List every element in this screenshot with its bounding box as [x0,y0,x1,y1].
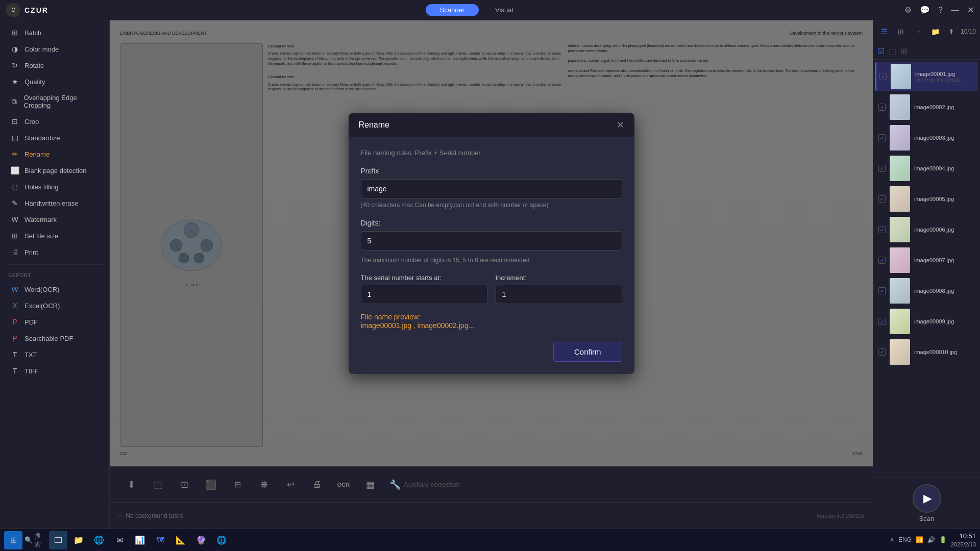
thumbnail-item[interactable]: ✓ image00002.jpg [875,92,978,122]
thumbnail-item[interactable]: ✓ image00005.jpg [875,184,978,214]
serial-input[interactable] [361,285,487,304]
start-button[interactable]: ⊞ [4,531,22,549]
thumbnail-checkbox[interactable]: ✓ [878,348,886,356]
thumbnail-checkbox[interactable]: ✓ [878,195,886,203]
sidebar-item-handwritten[interactable]: ✎ Handwritten erase [2,195,107,211]
taskbar-app-2[interactable]: 📁 [69,531,88,549]
crop-tool-button[interactable]: ⊡ [173,473,195,496]
thumbnail-item[interactable]: ✓ image00009.jpg [875,307,978,336]
settings-icon[interactable]: ⚙ [904,5,912,15]
insert-tool-button[interactable]: ⬇ [120,473,142,496]
sidebar-item-crop[interactable]: ⊡ Crop [2,113,107,130]
tab-scanner[interactable]: Scanner [426,4,479,16]
tab-visual[interactable]: Visual [481,4,527,16]
sidebar-item-batch[interactable]: ⊞ Batch [2,24,107,41]
sidebar-item-label: Excel(OCR) [24,302,60,310]
sidebar-item-txt[interactable]: T TXT [2,346,107,363]
taskbar-app-8[interactable]: 🔮 [192,531,210,549]
thumbnail-item[interactable]: ✓ image00008.jpg [875,276,978,306]
sidebar-item-holes-filling[interactable]: ◌ Holes filling [2,179,107,195]
chat-icon[interactable]: 💬 [920,5,930,15]
sidebar-item-pdf[interactable]: P PDF [2,314,107,330]
del-action[interactable]: Del [915,77,923,83]
thumbnail-image [890,278,910,304]
rename-icon: ✏ [10,150,19,158]
sidebar-item-watermark[interactable]: W Watermark [2,211,107,228]
thumbnail-info: image00001.jpg Del Rep Ins Details [915,71,975,83]
sidebar-item-file-size[interactable]: ⊞ Set file size [2,228,107,244]
adjust-tool-button[interactable]: ⊟ [226,473,249,496]
thumbnail-item[interactable]: ✓ image00001.jpg Del Rep Ins Details [875,62,978,91]
sidebar-item-searchable-pdf[interactable]: P Searchable PDF [2,330,107,346]
thumbnail-item[interactable]: ✓ image00004.jpg [875,154,978,183]
thumbnail-checkbox[interactable]: ✓ [878,287,886,294]
taskbar-app-1[interactable]: 🗔 [49,531,67,549]
thumbnail-item[interactable]: ✓ image00007.jpg [875,245,978,275]
select-tool-button[interactable]: ⬚ [146,473,169,496]
details-action[interactable]: Details [945,77,961,83]
increment-input[interactable] [496,285,622,304]
grid-view-button[interactable]: ⊞ [894,24,908,39]
taskbar-app-9[interactable]: 🌐 [212,531,231,549]
folder-button[interactable]: 📁 [928,24,942,39]
split-tool-button[interactable]: ⬛ [200,473,222,496]
thumbnail-item[interactable]: ✓ image000010.jpg [875,337,978,367]
search-button[interactable]: 🔍 搜索 [24,531,43,549]
thumbnail-checkbox[interactable]: ✓ [878,226,886,233]
sidebar-item-color-mode[interactable]: ◑ Color mode [2,41,107,57]
sidebar-item-overlapping[interactable]: ⧉ Overlapping Edge Cropping [2,90,107,113]
prefix-input[interactable] [361,179,622,198]
serial-label: The serial number starts at: [361,274,487,282]
export-button[interactable]: ⬆ [944,24,959,39]
taskbar-app-3[interactable]: 🌐 [90,531,108,549]
close-icon[interactable]: ✕ [967,5,974,15]
sidebar-item-standardize[interactable]: ▤ Standardize [2,130,107,146]
sidebar-item-blank-page[interactable]: ⬜ Blank page detection [2,162,107,179]
qr-tool-button[interactable]: ▦ [359,473,381,496]
modal-close-button[interactable]: ✕ [617,119,624,131]
sidebar-item-excel-ocr[interactable]: X Excel(OCR) [2,297,107,314]
thumbnail-checkbox[interactable]: ✓ [878,134,886,141]
sidebar-item-tiff[interactable]: T TIFF [2,363,107,379]
ins-action[interactable]: Ins [936,77,943,83]
taskbar-app-7[interactable]: 📐 [172,531,190,549]
page-count: 10/10 [961,28,976,35]
taskbar-app-5[interactable]: 📊 [131,531,149,549]
ocr-tool-button[interactable]: OCR [332,473,355,496]
txt-icon: T [10,350,19,359]
minimize-icon[interactable]: — [951,6,959,15]
thumbnail-checkbox[interactable]: ✓ [878,257,886,264]
check-all-icon[interactable]: ☑ [877,46,885,56]
confirm-button[interactable]: Confirm [553,342,622,362]
sidebar-item-quality[interactable]: ★ Quality [2,73,107,90]
thumbnail-image [890,247,910,273]
thumbnail-item[interactable]: ✓ image00006.jpg [875,215,978,244]
thumbnail-checkbox[interactable]: ✓ [879,73,887,80]
thumbnail-item[interactable]: ✓ image00003.jpg [875,123,978,153]
rep-action[interactable]: Rep [925,77,934,83]
add-page-button[interactable]: + [912,24,926,39]
taskbar-app-6[interactable]: 🗺 [151,531,169,549]
list-view-button[interactable]: ☰ [877,24,892,39]
thumbnail-checkbox[interactable]: ✓ [878,104,886,111]
sidebar-item-rename[interactable]: ✏ Rename [2,146,107,162]
help-icon[interactable]: ? [938,6,943,15]
sidebar-item-print[interactable]: 🖨 Print [2,244,107,260]
sidebar-item-rotate[interactable]: ↻ Rotate [2,57,107,73]
expand-systray-icon[interactable]: ∧ [890,536,894,543]
select-all-icon[interactable]: ⊞ [900,46,907,56]
scan-button[interactable]: ▶ [913,484,941,513]
undo-tool-button[interactable]: ↩ [279,473,302,496]
system-clock[interactable]: 10:51 2025/2/13 [951,532,976,549]
taskbar-app-icon: ✉ [116,535,123,545]
sidebar-item-word-ocr[interactable]: W Word(OCR) [2,281,107,297]
thumbnail-checkbox[interactable]: ✓ [878,165,886,172]
lang-indicator[interactable]: ENG [898,536,912,543]
print-tool-button[interactable]: 🖨 [306,473,328,496]
thumbnail-checkbox[interactable]: ✓ [878,318,886,325]
taskbar-app-4[interactable]: ✉ [110,531,129,549]
volume-icon[interactable]: 🔊 [927,536,935,543]
digits-input[interactable] [361,231,622,251]
partial-select-icon[interactable]: ⬚ [889,46,896,56]
combine-tool-button[interactable]: ❋ [253,473,275,496]
